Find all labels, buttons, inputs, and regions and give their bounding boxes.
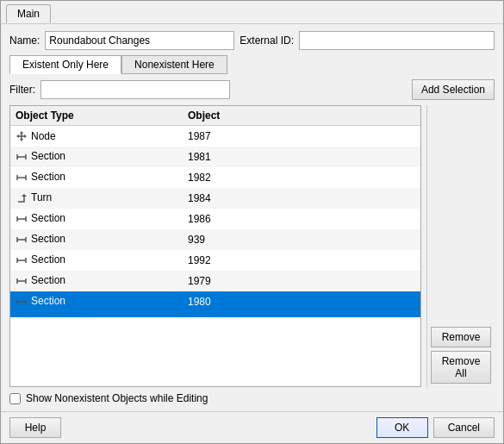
filter-row: Filter: Add Selection [9,79,495,100]
col-object: Object [183,106,420,126]
filter-label: Filter: [9,84,35,96]
section-icon [16,233,28,246]
cell-type: Section [10,167,183,188]
type-label: Section [31,212,65,224]
name-row: Name: External ID: [9,31,495,50]
svg-marker-3 [20,139,23,141]
section-icon [16,295,28,308]
object-table: Object Type Object Node 1987 [9,105,421,387]
subtab-nonexistent[interactable]: Nonexistent Here [121,55,227,74]
cell-type: Node [10,126,183,147]
table-row[interactable]: Section 1982 [10,167,420,188]
type-label: Section [31,233,65,245]
ext-id-input[interactable] [299,31,495,50]
cell-type: Section [10,291,183,312]
footer: Help OK Cancel [1,411,503,443]
type-label: Section [31,295,65,307]
table-row[interactable]: Section 1981 [10,147,420,167]
ext-id-label: External ID: [240,34,294,47]
type-label: Section [31,274,65,286]
name-input[interactable] [45,31,234,50]
side-buttons: Remove Remove All [426,105,495,387]
turn-icon [16,191,28,204]
remove-all-button[interactable]: Remove All [431,351,491,384]
cancel-button[interactable]: Cancel [433,417,495,438]
subtab-bar: Existent Only Here Nonexistent Here [9,55,495,74]
cell-object: 1981 [183,147,420,167]
filter-input[interactable] [40,80,230,99]
cell-type: Section [10,271,183,291]
section-icon [16,212,28,225]
remove-button[interactable]: Remove [431,327,491,347]
section-icon [16,253,28,266]
table-row[interactable]: Section 1979 [10,271,420,291]
section-icon [16,274,28,287]
type-label: Section [31,171,65,183]
cell-object: 939 [183,229,420,250]
show-nonexistent-checkbox[interactable] [9,393,21,404]
table-scroll[interactable]: Object Type Object Node 1987 [10,106,420,386]
cell-type: Section [10,209,183,229]
tab-bar: Main [1,1,503,24]
show-nonexistent-label: Show Nonexistent Objects while Editing [26,392,208,404]
main-content: Name: External ID: Existent Only Here No… [1,24,503,411]
ok-button[interactable]: OK [376,417,428,438]
tab-main[interactable]: Main [6,4,51,23]
cell-type: Section [10,147,183,167]
type-label: Section [31,253,65,266]
svg-marker-2 [20,131,23,134]
selection-indicator [10,312,420,317]
type-label: Turn [31,191,52,203]
dialog: Main Name: External ID: Existent Only He… [0,0,504,444]
cell-object: 1979 [183,271,420,291]
table-row[interactable]: Turn 1984 [10,188,420,209]
table-row[interactable]: Section 1992 [10,250,420,271]
svg-marker-12 [22,194,27,197]
table-row[interactable]: Section 1980 [10,291,420,312]
section-icon [16,150,28,163]
subtab-existent[interactable]: Existent Only Here [9,55,121,74]
name-label: Name: [9,34,40,47]
table-row[interactable]: Section 939 [10,229,420,250]
cell-type: Section [10,250,183,271]
type-label: Node [31,130,56,142]
svg-marker-4 [16,134,19,138]
cell-object: 1984 [183,188,420,209]
checkbox-row: Show Nonexistent Objects while Editing [9,392,495,404]
cell-object: 1992 [183,250,420,271]
col-object-type: Object Type [10,106,183,126]
node-icon [16,129,28,142]
svg-marker-5 [24,134,27,138]
help-button[interactable]: Help [9,417,61,438]
section-icon [16,171,28,184]
cell-object: 1987 [183,126,420,147]
cell-type: Section [10,229,183,250]
cell-object: 1982 [183,167,420,188]
table-row[interactable]: Section 1986 [10,209,420,229]
table-row[interactable]: Node 1987 [10,126,420,147]
cell-type: Turn [10,188,183,209]
cell-object: 1980 [183,291,420,312]
cell-object: 1986 [183,209,420,229]
type-label: Section [31,150,65,162]
add-selection-button[interactable]: Add Selection [412,79,495,100]
